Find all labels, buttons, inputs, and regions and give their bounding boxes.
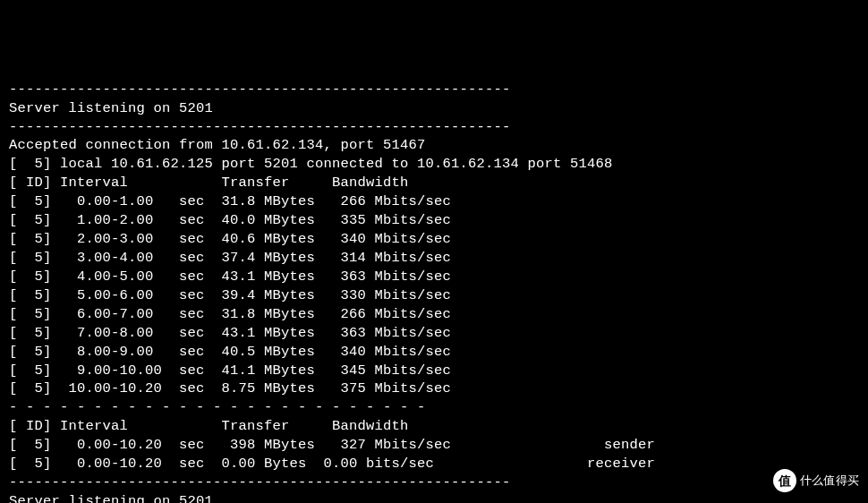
watermark-text: 什么值得买 — [800, 473, 859, 489]
watermark-badge-icon: 值 — [773, 469, 796, 492]
terminal-output: ----------------------------------------… — [9, 81, 859, 503]
watermark: 值 什么值得买 — [773, 469, 859, 492]
